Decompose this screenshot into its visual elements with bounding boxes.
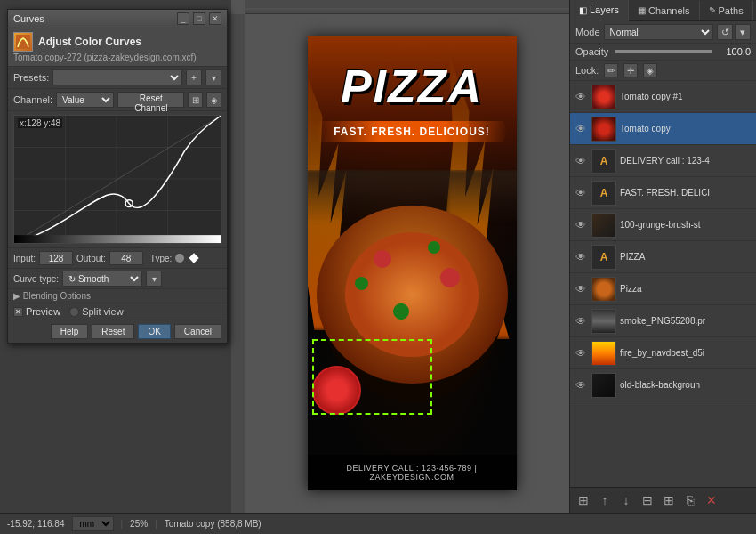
- layer-item[interactable]: 👁 old-black-backgroun: [570, 369, 756, 401]
- layer-visibility-toggle[interactable]: 👁: [574, 187, 588, 199]
- dialog-titlebar: Curves _ □ ✕: [8, 10, 227, 28]
- svg-rect-12: [231, 14, 245, 513]
- dialog-title-text: Curves: [13, 13, 44, 24]
- mode-select[interactable]: Normal: [604, 24, 713, 40]
- mode-reset-button[interactable]: ↺: [717, 24, 733, 40]
- layer-thumbnail: [591, 85, 616, 109]
- layer-up-button[interactable]: ↑: [595, 490, 615, 510]
- reset-channel-button[interactable]: Reset Channel: [117, 92, 184, 108]
- layers-footer: ⊞ ↑ ↓ ⊟ ⊞ ⎘ ✕: [570, 487, 756, 513]
- minimize-button[interactable]: _: [177, 12, 189, 25]
- ok-button[interactable]: OK: [138, 324, 170, 339]
- split-view-label: Split view: [82, 306, 123, 317]
- curve-svg: [14, 116, 221, 243]
- lock-paint-button[interactable]: ✏: [604, 63, 618, 77]
- input-value[interactable]: [39, 251, 73, 265]
- layer-item[interactable]: 👁 A PIZZA: [570, 241, 756, 273]
- type-label: Type:: [150, 254, 172, 263]
- type-dot-icon: [175, 254, 184, 263]
- layer-visibility-toggle[interactable]: 👁: [574, 91, 588, 103]
- copy-layer-button[interactable]: ⎘: [680, 490, 700, 510]
- channels-tab-icon: ▦: [638, 5, 646, 15]
- reset-button[interactable]: Reset: [92, 324, 134, 339]
- new-layer-button[interactable]: ⊞: [659, 490, 679, 510]
- curve-type-options[interactable]: ▾: [146, 271, 162, 287]
- channel-display-button[interactable]: ◈: [206, 92, 221, 108]
- status-file-info: Tomato copy (858,8 MB): [165, 519, 261, 529]
- preview-checkbox-group[interactable]: ✕ Preview: [13, 306, 60, 317]
- mode-buttons: ↺ ▾: [717, 24, 751, 40]
- layer-visibility-toggle[interactable]: 👁: [574, 155, 588, 167]
- tab-layers[interactable]: ◧ Layers: [570, 0, 629, 21]
- curve-graph[interactable]: x:128 y:48: [13, 115, 221, 244]
- new-layer-group-button[interactable]: ⊞: [574, 490, 593, 510]
- curve-type-select[interactable]: ↻ Smooth: [62, 271, 142, 287]
- opacity-row: Opacity 100,0: [570, 44, 756, 61]
- layer-visibility-toggle[interactable]: 👁: [574, 219, 588, 231]
- layer-item[interactable]: 👁 Tomato copy: [570, 113, 756, 145]
- tab-paths[interactable]: ✎ Paths: [700, 1, 753, 20]
- split-view-group: Split view: [69, 306, 123, 317]
- poster-title: PIZZA: [308, 63, 517, 109]
- layer-thumbnail: [591, 341, 616, 366]
- layer-item[interactable]: 👁 100-grunge-brush-st: [570, 209, 756, 241]
- layer-name: DELIVERY call : 123-4: [620, 156, 752, 166]
- mode-options-button[interactable]: ▾: [735, 24, 751, 40]
- preview-checkbox[interactable]: ✕: [13, 307, 23, 317]
- blending-options-toggle[interactable]: ▶ Blending Options: [8, 288, 227, 303]
- presets-select[interactable]: [52, 69, 182, 85]
- layer-visibility-toggle[interactable]: 👁: [574, 315, 588, 328]
- pizza-sauce: [345, 232, 479, 357]
- help-button[interactable]: Help: [51, 324, 89, 339]
- tab-channels[interactable]: ▦ Channels: [629, 1, 699, 20]
- layer-visibility-toggle[interactable]: 👁: [574, 283, 588, 295]
- status-bar: -15.92, 116.84 mm px | 25% | Tomato copy…: [0, 513, 756, 534]
- presets-menu-button[interactable]: ▾: [205, 69, 221, 85]
- layer-item[interactable]: 👁 fire_by_navdbest_d5i: [570, 337, 756, 369]
- output-value[interactable]: [109, 251, 143, 265]
- ruler-v-svg: [231, 14, 245, 513]
- lock-alpha-button[interactable]: ◈: [643, 63, 657, 77]
- vertical-ruler: [231, 14, 245, 513]
- status-unit-select[interactable]: mm px: [72, 516, 114, 531]
- layer-name: Pizza: [620, 284, 752, 294]
- mode-label: Mode: [575, 27, 600, 37]
- cancel-button[interactable]: Cancel: [174, 324, 221, 339]
- lock-position-button[interactable]: ✛: [623, 63, 638, 77]
- split-view-radio[interactable]: [69, 307, 79, 317]
- channel-options-button[interactable]: ⊞: [188, 92, 203, 108]
- dialog-buttons: Help Reset OK Cancel: [8, 320, 227, 343]
- layer-visibility-toggle[interactable]: 👁: [574, 251, 588, 263]
- canvas-area: PIZZA FAST. FRESH. DELICIOUS!: [231, 0, 578, 513]
- output-label: Output:: [76, 254, 106, 263]
- presets-add-button[interactable]: +: [186, 69, 202, 85]
- layer-visibility-toggle[interactable]: 👁: [574, 347, 588, 360]
- opacity-value: 100,0: [715, 46, 751, 57]
- header-sub: Tomato copy-272 (pizza-zakeydesign.com.x…: [13, 53, 221, 62]
- opacity-slider[interactable]: [615, 50, 712, 53]
- layer-thumbnail: A: [591, 149, 616, 174]
- layer-name: smoke_PNG55208.pr: [620, 316, 752, 326]
- layer-down-button[interactable]: ↓: [616, 490, 636, 510]
- panel-close-button[interactable]: ▸: [753, 1, 756, 20]
- channel-select[interactable]: Value: [56, 92, 114, 108]
- canvas-content: PIZZA FAST. FRESH. DELICIOUS!: [245, 14, 578, 513]
- input-output-row: Input: Output: Type:: [8, 247, 227, 268]
- svg-rect-9: [14, 235, 221, 243]
- layer-item[interactable]: 👁 Tomato copy #1: [570, 81, 756, 113]
- layers-list: 👁 Tomato copy #1 👁 Tomato copy 👁 A DELIV…: [570, 81, 756, 487]
- close-button[interactable]: ✕: [209, 12, 221, 25]
- delete-layer-button[interactable]: ✕: [702, 490, 721, 510]
- layer-visibility-toggle[interactable]: 👁: [574, 123, 588, 135]
- channel-row: Channel: Value Reset Channel ⊞ ◈: [8, 89, 227, 111]
- layer-visibility-toggle[interactable]: 👁: [574, 379, 588, 392]
- layer-item[interactable]: 👁 smoke_PNG55208.pr: [570, 305, 756, 337]
- header-title: Adjust Color Curves: [38, 36, 141, 48]
- maximize-button[interactable]: □: [193, 12, 205, 25]
- layer-item[interactable]: 👁 A FAST. FRESH. DELICI: [570, 177, 756, 209]
- layer-item[interactable]: 👁 Pizza: [570, 273, 756, 305]
- layer-item[interactable]: 👁 A DELIVERY call : 123-4: [570, 145, 756, 177]
- pizza-topping-3: [440, 268, 460, 287]
- presets-label: Presets:: [13, 72, 49, 83]
- duplicate-layer-button[interactable]: ⊟: [638, 490, 657, 510]
